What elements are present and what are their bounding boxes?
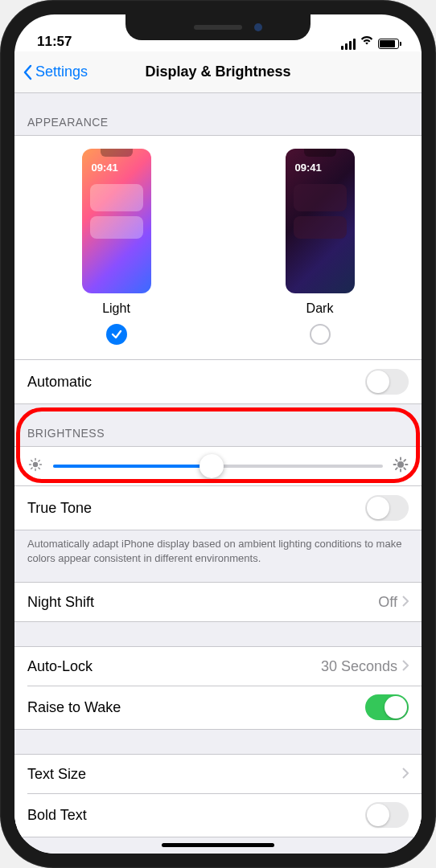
appearance-option-light[interactable]: 09:41 Light (82, 149, 151, 345)
light-radio[interactable] (106, 324, 127, 345)
raise-to-wake-row[interactable]: Raise to Wake (14, 686, 422, 729)
sun-low-icon (27, 457, 43, 476)
chevron-right-icon (402, 658, 409, 675)
true-tone-toggle[interactable] (365, 495, 409, 521)
wifi-icon (360, 34, 374, 50)
true-tone-note: Automatically adapt iPhone display based… (14, 530, 422, 582)
dark-preview-icon: 09:41 (286, 149, 355, 293)
svg-line-5 (31, 461, 32, 461)
true-tone-label: True Tone (27, 500, 92, 517)
brightness-slider-row[interactable] (14, 447, 422, 485)
battery-icon (378, 39, 399, 49)
svg-line-14 (396, 460, 397, 461)
auto-lock-label: Auto-Lock (27, 658, 93, 675)
automatic-toggle[interactable] (365, 369, 409, 395)
appearance-option-dark[interactable]: 09:41 Dark (286, 149, 355, 345)
auto-lock-row[interactable]: Auto-Lock 30 Seconds (14, 647, 422, 686)
cellular-icon (341, 39, 356, 50)
raise-to-wake-toggle[interactable] (365, 694, 409, 720)
appearance-header: APPEARANCE (14, 93, 422, 135)
sun-high-icon (393, 457, 409, 476)
raise-to-wake-label: Raise to Wake (27, 699, 121, 716)
automatic-row[interactable]: Automatic (14, 359, 422, 403)
svg-line-6 (39, 468, 39, 469)
true-tone-row[interactable]: True Tone (14, 486, 422, 530)
chevron-right-icon (402, 594, 409, 611)
bold-text-row[interactable]: Bold Text (14, 793, 422, 837)
text-size-label: Text Size (27, 766, 86, 783)
dark-radio[interactable] (310, 324, 331, 345)
dark-label: Dark (286, 301, 355, 316)
svg-point-0 (33, 462, 38, 467)
text-size-row[interactable]: Text Size (14, 755, 422, 793)
svg-line-7 (31, 468, 32, 469)
automatic-label: Automatic (27, 374, 92, 391)
night-shift-label: Night Shift (27, 594, 94, 611)
back-button[interactable]: Settings (23, 63, 88, 80)
bold-text-label: Bold Text (27, 807, 87, 824)
bold-text-toggle[interactable] (365, 802, 409, 828)
nav-bar: Settings Display & Brightness (14, 51, 422, 93)
svg-line-16 (396, 468, 397, 469)
svg-line-17 (404, 460, 405, 461)
svg-line-15 (404, 468, 405, 469)
check-icon (111, 329, 122, 340)
night-shift-value: Off (378, 594, 397, 611)
screen: 11:57 Settings Display & Brightness APPE… (14, 14, 422, 854)
back-label: Settings (35, 63, 88, 80)
brightness-header: BRIGHTNESS (14, 404, 422, 446)
auto-lock-value: 30 Seconds (321, 658, 397, 675)
brightness-slider[interactable] (53, 465, 383, 468)
chevron-right-icon (402, 766, 409, 783)
appearance-options: 09:41 Light 09:4 (14, 136, 422, 359)
svg-point-9 (397, 461, 404, 468)
light-label: Light (82, 301, 151, 316)
svg-line-8 (39, 461, 39, 461)
home-indicator[interactable] (162, 843, 274, 847)
night-shift-row[interactable]: Night Shift Off (14, 583, 422, 621)
phone-frame: 11:57 Settings Display & Brightness APPE… (0, 0, 436, 868)
light-preview-icon: 09:41 (82, 149, 151, 293)
status-time: 11:57 (37, 34, 72, 50)
chevron-left-icon (23, 64, 32, 80)
notch (125, 14, 311, 40)
